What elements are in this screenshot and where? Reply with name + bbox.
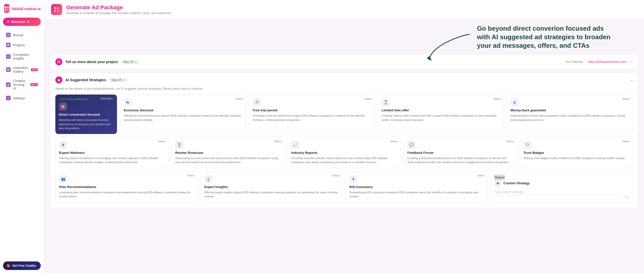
feedback-forum-icon: 💬 [407,141,415,149]
review-showcase-select[interactable]: Select [274,140,282,143]
exclusive-discount-desc: Offering an exclusive discount attracts … [124,114,242,122]
custom-strategy-icon [494,180,501,187]
free-trial-select[interactable]: Select [364,97,372,100]
svg-rect-12 [7,69,8,71]
direct-conversion-select[interactable]: Selected ✓ [101,97,114,100]
header-icon [51,4,62,15]
inspiration-gallery-icon [6,67,11,72]
svg-rect-0 [5,6,7,8]
peer-recommendations-select[interactable]: Select [187,174,195,177]
svg-rect-10 [7,46,9,46]
expert-webinars-select[interactable]: Select [158,140,166,143]
direct-conversion-title: Direct conversion focused [59,113,113,116]
roi-assurance-select[interactable]: Select [477,174,485,177]
strategy-card-peer-recommendations[interactable]: Select 👥 Peer Recommendations Leveraging… [55,171,197,203]
limited-time-select[interactable]: Select [493,97,501,100]
strategy-card-limited-time[interactable]: Select ⏳ Limited time offer Creating urg… [378,95,504,134]
svg-rect-17 [57,7,59,9]
feedback-forum-title: Feedback Forum [407,151,513,155]
exclusive-discount-title: Exclusive discount [124,108,242,112]
sidebar-item-competitor-insights[interactable]: Competitor Insights [2,50,42,63]
overlay-tooltip: Go beyond direct converion focused ads w… [477,24,618,50]
step2-header[interactable]: AI Suggested Strategies Step 2/5 ✓ ▴ [50,73,638,87]
review-showcase-title: Review Showcase [175,151,280,155]
step1-icon [55,58,62,65]
svg-rect-4 [7,34,8,35]
industry-reports-select[interactable]: Select [390,140,398,143]
expert-insights-select[interactable]: Select [332,174,340,177]
get-credits-button[interactable]: 🎁 Get Free Credits [3,261,41,270]
custom-strategy-title: Custom Strategy [503,181,530,185]
trust-badges-icon: 🛡 [524,141,532,149]
free-trial-title: Free trial period [253,108,371,112]
free-trial-desc: Providing a free trial period encourages… [253,114,371,122]
sidebar-item-inspiration-gallery[interactable]: Inspiration Gallery NEW [2,63,42,76]
review-showcase-desc: Showcasing success stories and best prac… [175,156,280,164]
beta-badge: BETA [30,83,38,86]
settings-icon [6,96,11,100]
exclusive-discount-select[interactable]: Select [235,97,243,100]
strategy-card-free-trial[interactable]: Select ⏱ Free trial period Providing a f… [249,95,375,134]
custom-strategy-select[interactable]: Select [494,175,505,180]
strategy-card-expert-insights[interactable]: Select 💡 Expert Insights Offering expert… [200,171,343,203]
step2-section: AI Suggested Strategies Step 2/5 ✓ ▴ Bas… [50,73,638,208]
content-area: Go beyond direct converion focused ads w… [44,19,644,216]
generate-button[interactable]: Generate [3,18,41,26]
step2-subtitle: Based on the details of your product/ser… [55,87,633,90]
page-title: Generate Ad Package [66,4,172,11]
svg-rect-8 [7,44,9,44]
strategy-card-exclusive-discount[interactable]: Select % Exclusive discount Offering an … [120,95,246,134]
svg-rect-5 [9,34,9,35]
money-back-select[interactable]: Select [622,97,630,100]
step1-title: Tell us more about your project [65,60,118,64]
step2-title: AI Suggested Strategies [65,78,106,82]
trust-badges-select[interactable]: Select [622,140,630,143]
strategy-card-review-showcase[interactable]: Select 🏆 Review Showcase Showcasing succ… [171,137,284,168]
strategy-row-2: Select 🖥 Expert Webinars Offering expert… [55,137,633,168]
step1-collapse-icon[interactable]: ▾ [631,60,633,64]
custom-strategy-header: Custom Strategy [494,180,629,187]
new-badge: NEW [31,68,38,71]
peer-recommendations-title: Peer Recommendations [59,185,194,189]
roi-assurance-desc: Guaranteeing ROI assurance reassures B2B… [349,190,484,199]
expert-insights-desc: Offering expert insights attracts B2B so… [204,190,339,199]
svg-text:%: % [126,101,129,104]
strategy-card-direct-conversion[interactable]: true RECOMMENDED Selected ✓ 🎯 Direct con… [55,95,117,134]
expert-webinars-title: Expert Webinars [59,151,165,155]
step2-collapse-icon[interactable]: ▴ [631,78,633,82]
svg-text:$: $ [514,101,515,104]
svg-rect-19 [57,10,59,12]
step1-section: Tell us more about your project Step 1/5… [50,55,638,69]
feedback-forum-select[interactable]: Select [506,140,514,143]
sidebar-item-projects[interactable]: Projects [2,40,42,50]
custom-strategy-input[interactable] [494,189,629,195]
money-back-desc: Implementing a money-back guarantee inst… [511,114,629,122]
trust-badges-title: Trust Badges [524,151,629,155]
svg-rect-6 [7,35,8,36]
strategy-card-money-back[interactable]: Select $ Money-back guarantee Implementi… [507,95,633,134]
strategy-card-roi-assurance[interactable]: Select $ ROI Assurance Guaranteeing ROI … [346,171,488,203]
svg-rect-13 [9,69,9,71]
direct-conversion-icon: 🎯 [59,103,67,111]
step2-content: Based on the details of your product/ser… [50,87,638,208]
expert-insights-icon: 💡 [204,175,212,183]
strategy-card-feedback-forum[interactable]: Select 💬 Feedback Forum Creating a dedic… [404,137,516,168]
exclusive-discount-icon: % [124,98,132,106]
page-subtitle: Generate a complete ad package that incl… [66,11,172,15]
svg-rect-9 [7,45,9,45]
svg-rect-26 [498,182,498,185]
strategy-card-trust-badges[interactable]: Select 🛡 Trust Badges Utilizing trust ba… [520,137,633,168]
sidebar-item-brands[interactable]: Brands [2,30,42,40]
strategy-row-1: true RECOMMENDED Selected ✓ 🎯 Direct con… [55,95,633,134]
strategy-card-industry-reports[interactable]: Select 📈 Industry Reports Providing excl… [288,137,400,168]
sidebar-item-creative-scoring[interactable]: Creative Scoring AI BETA [2,76,42,93]
sidebar-item-settings[interactable]: Settings [2,93,42,103]
step1-header[interactable]: Tell us more about your project Step 1/5… [50,55,638,69]
strategy-row-3: Select 👥 Peer Recommendations Leveraging… [55,171,633,203]
logo: AdAdCreative.ai [0,0,44,16]
svg-rect-16 [54,7,56,9]
strategy-card-expert-webinars[interactable]: Select 🖥 Expert Webinars Offering expert… [55,137,168,168]
money-back-title: Money-back guarantee [511,108,629,112]
peer-recommendations-icon: 👥 [59,175,67,183]
roi-assurance-title: ROI Assurance [349,185,484,189]
